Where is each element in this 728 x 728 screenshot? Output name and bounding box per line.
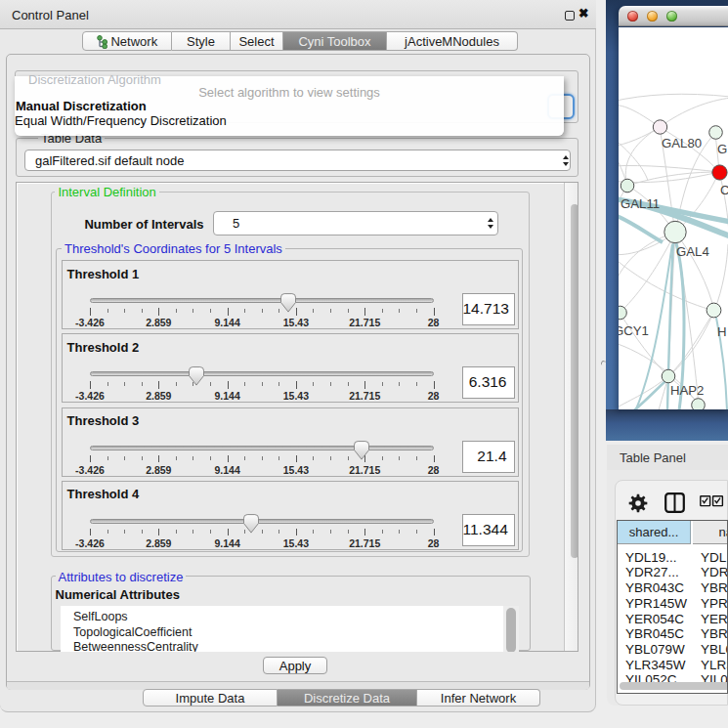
svg-text:G.: G.	[717, 142, 728, 156]
svg-text:GAL80: GAL80	[662, 136, 702, 150]
svg-text:GCY1: GCY1	[619, 323, 649, 338]
svg-text:H: H	[717, 324, 727, 339]
svg-text:HAP2: HAP2	[670, 383, 704, 398]
svg-text:GAL11: GAL11	[621, 196, 660, 211]
svg-text:GAL4: GAL4	[676, 244, 709, 259]
svg-text:C: C	[720, 183, 728, 197]
